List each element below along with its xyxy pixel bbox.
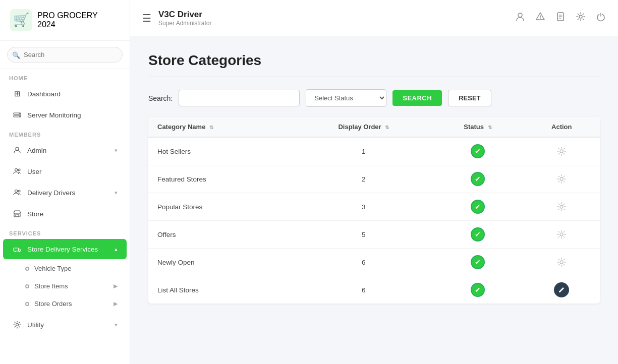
sidebar: 🛒 PRO GROCERY 2024 🔍 HOME ⊞ Dashboard Se… [0,0,130,364]
cell-status: ✔ [432,193,523,221]
cell-action [523,249,600,276]
table-body: Hot Sellers1✔Featured Stores2✔Popular St… [148,137,600,304]
sidebar-label-server-monitoring: Server Monitoring [27,111,118,119]
gear-action-button[interactable] [554,199,569,214]
section-label-members: MEMBERS [0,126,130,140]
search-button[interactable]: SEARCH [392,90,442,106]
store-items-dot [25,284,29,288]
svg-point-7 [15,169,18,171]
cell-category-name: List All Stores [148,276,295,304]
sidebar-label-user: User [27,168,118,175]
table-row: Popular Stores3✔ [148,193,600,221]
cell-category-name: Popular Stores [148,193,295,221]
settings-icon[interactable] [576,12,586,24]
sort-icon-category: ⇅ [209,125,213,130]
status-select[interactable]: Select Status Active Inactive [306,89,386,107]
gear-action-button[interactable] [554,144,569,159]
sidebar-item-server-monitoring[interactable]: Server Monitoring [3,105,127,125]
svg-point-21 [560,150,563,153]
status-check-icon: ✔ [471,172,485,186]
cell-action [523,137,600,165]
svg-point-17 [518,13,522,17]
sidebar-item-delivery-drivers[interactable]: Delivery Drivers ▾ [3,183,127,203]
reset-button[interactable]: RESET [448,90,491,106]
admin-icon [12,145,22,155]
svg-point-8 [18,169,20,171]
table-row: Offers5✔ [148,221,600,249]
dashboard-icon: ⊞ [12,89,22,99]
user-icon[interactable] [515,12,525,24]
utility-chevron: ▾ [115,322,118,328]
store-delivery-chevron: ▴ [115,246,118,253]
cell-display-order: 6 [295,276,432,304]
search-label: Search: [148,94,173,102]
main-area: ☰ V3C Driver Super Administrator [130,0,618,364]
sidebar-item-user[interactable]: User [3,161,127,181]
sidebar-search-input[interactable] [7,47,123,63]
svg-rect-11 [14,213,20,217]
sidebar-item-vehicle-type[interactable]: Vehicle Type [3,260,127,277]
header-title: V3C Driver [158,10,211,20]
cell-status: ✔ [432,137,523,165]
svg-point-23 [560,205,563,208]
header-title-block: V3C Driver Super Administrator [158,10,211,27]
col-category-name[interactable]: Category Name ⇅ [148,117,295,137]
logo-pro: PRO [37,11,55,20]
store-delivery-icon [12,244,22,254]
cell-display-order: 3 [295,193,432,221]
category-search-input[interactable] [179,90,300,106]
status-check-icon: ✔ [471,200,485,214]
sidebar-item-store-orders[interactable]: Store Orders ▶ [3,295,127,312]
gear-action-button[interactable] [554,255,569,270]
sort-icon-status: ⇅ [488,125,492,130]
alert-icon[interactable] [535,12,545,24]
cell-category-name: Offers [148,221,295,249]
sidebar-item-dashboard[interactable]: ⊞ Dashboard [3,84,127,104]
sidebar-item-store-items[interactable]: Store Items ▶ [3,278,127,294]
header-subtitle: Super Administrator [158,20,211,27]
store-orders-dot [25,302,29,306]
col-status[interactable]: Status ⇅ [432,117,523,137]
logo-icon: 🛒 [9,8,33,32]
section-label-home: HOME [0,69,130,83]
gear-action-button[interactable] [554,171,569,187]
svg-rect-12 [16,214,19,217]
cell-action [523,165,600,193]
svg-point-5 [19,116,20,117]
power-icon[interactable] [596,12,606,24]
svg-point-24 [560,233,563,236]
store-items-chevron: ▶ [114,283,118,289]
sidebar-item-store[interactable]: Store [3,204,127,224]
sidebar-label-utility: Utility [27,321,115,329]
gear-action-button[interactable] [554,227,569,242]
delivery-drivers-chevron: ▾ [115,190,118,196]
cell-action [523,276,600,304]
sidebar-item-store-delivery-services[interactable]: Store Delivery Services ▴ [3,239,127,259]
table-header: Category Name ⇅ Display Order ⇅ Status ⇅ [148,117,600,137]
svg-point-10 [18,190,20,192]
header: ☰ V3C Driver Super Administrator [130,0,618,36]
sidebar-label-store: Store [27,210,118,218]
sidebar-label-store-delivery-services: Store Delivery Services [27,246,115,253]
page-divider [148,77,600,77]
cell-display-order: 2 [295,165,432,193]
cell-action [523,193,600,221]
edit-action-button[interactable] [554,282,569,297]
logo-grocery: GROCERY [57,11,98,20]
cell-status: ✔ [432,276,523,304]
sidebar-item-utility[interactable]: Utility ▾ [3,315,127,335]
col-display-order[interactable]: Display Order ⇅ [295,117,432,137]
svg-point-18 [540,18,541,19]
cell-display-order: 6 [295,249,432,276]
store-orders-chevron: ▶ [114,300,118,307]
sidebar-label-admin: Admin [27,147,115,154]
status-check-icon: ✔ [471,283,485,297]
hamburger-menu[interactable]: ☰ [142,12,151,24]
cell-status: ✔ [432,221,523,249]
sidebar-item-admin[interactable]: Admin ▾ [3,140,127,160]
sidebar-search-container: 🔍 [0,41,130,69]
svg-point-9 [15,190,18,193]
document-icon[interactable] [555,12,566,24]
table-row: List All Stores6✔ [148,276,600,304]
filter-bar: Search: Select Status Active Inactive SE… [148,89,600,107]
